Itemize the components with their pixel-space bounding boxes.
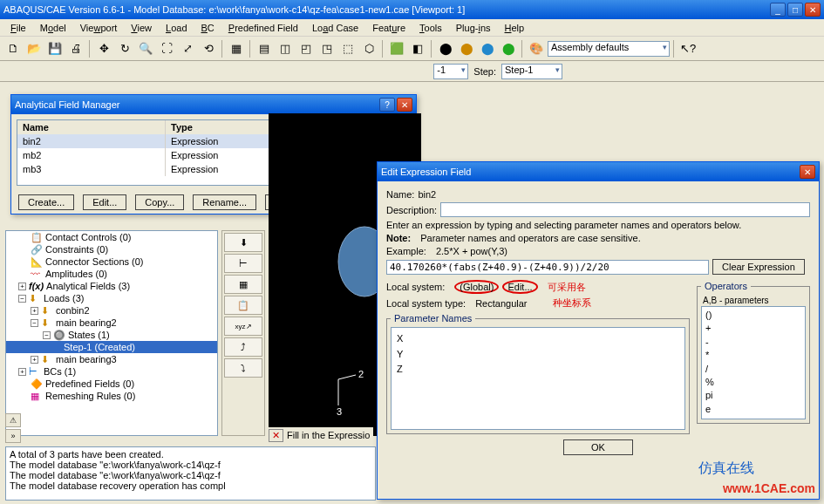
pan-icon[interactable]: ✥ [94,39,113,58]
context-bar: -1 Step: Step-1 [0,61,824,82]
render1-icon[interactable]: 🟩 [387,39,406,58]
assembly-combo[interactable]: Assembly defaults [548,41,670,57]
description-label: Description: [386,205,437,215]
minimize-button[interactable]: _ [770,3,786,17]
cancel-x-icon[interactable]: ✕ [269,429,283,442]
parameter-names-group: Parameter Names X Y Z [386,313,690,434]
msg-next-icon[interactable]: » [5,429,21,443]
new-icon[interactable]: 🗋 [3,39,23,58]
menu-model[interactable]: Model [35,21,72,35]
viewcube1-icon[interactable]: ◫ [276,39,295,58]
zoom-box-icon[interactable]: ⛶ [157,39,176,58]
palette-icon[interactable]: 🎨 [527,39,546,58]
menu-plugins[interactable]: Plug-ins [451,21,496,35]
color2-icon[interactable]: ⬤ [457,39,476,58]
message-area[interactable]: A total of 3 parts have been created. Th… [5,446,376,501]
afm-help-button[interactable]: ? [379,98,395,112]
viewcube3-icon[interactable]: ◳ [317,39,337,58]
description-input[interactable] [440,202,810,217]
collapse-icon[interactable]: − [18,295,26,303]
rename-button[interactable]: Rename... [193,194,256,210]
close-button[interactable]: ✕ [805,3,821,17]
tool-case-icon[interactable]: 📋 [224,296,262,315]
afm-col-name[interactable]: Name [17,120,166,134]
tree-selected[interactable]: Step-1 (Created) [6,341,217,353]
expression-input[interactable] [386,260,709,275]
menu-help[interactable]: Help [500,21,530,35]
operators-list[interactable]: ()+- */% pie1 [701,306,806,419]
msg-warn-icon[interactable]: ⚠ [5,413,21,427]
ok-button[interactable]: OK [563,439,633,455]
local-system-edit-button[interactable]: Edit... [502,280,537,294]
copy-button[interactable]: Copy... [135,194,184,210]
fit-icon[interactable]: ⤢ [178,39,197,58]
watermark-url: www.1CAE.com [723,481,815,495]
name-value: bin2 [418,189,436,200]
afm-col-type[interactable]: Type [166,120,270,134]
render2-icon[interactable]: ◧ [408,39,427,58]
menu-view[interactable]: View [126,21,157,35]
expand-icon[interactable]: + [18,283,26,290]
eef-title: Edit Expression Field [381,167,800,177]
tool-field-icon[interactable]: ▦ [224,275,262,294]
grid-icon[interactable]: ▦ [227,39,246,58]
menu-load[interactable]: Load [160,21,192,35]
maximize-button[interactable]: □ [787,3,803,17]
watermark-text: 仿真在线 [698,460,754,478]
menu-viewport[interactable]: Viewport [75,21,123,35]
viewcube2-icon[interactable]: ◰ [296,39,316,58]
rotate-icon[interactable]: ↻ [115,39,134,58]
tool-csys-icon[interactable]: xyz↗ [224,317,262,336]
menubar: File Model Viewport View Load BC Predefi… [0,19,824,37]
local-system-value: (Global) [454,280,499,294]
afm-close-button[interactable]: ✕ [397,98,412,112]
help-pointer-icon[interactable]: ↖? [678,39,698,58]
eef-close-button[interactable]: ✕ [800,165,815,179]
perspective-icon[interactable]: ▤ [255,39,274,58]
menu-bc[interactable]: BC [196,21,220,35]
color3-icon[interactable]: ⬤ [478,39,497,58]
afm-title: Analytical Field Manager [15,99,379,110]
hint-text: Enter an expression by typing and select… [386,220,741,230]
annotation-text: 可采用各 [548,281,586,294]
zoom-icon[interactable]: 🔍 [136,39,155,58]
tool-triad2-icon[interactable]: ⤵ [224,358,262,378]
edit-expression-field-dialog: Edit Expression Field ✕ Name: bin2 Descr… [377,161,820,500]
status-line: ✕ Fill in the Expressio [269,427,373,443]
step-label: Step: [473,66,496,77]
iso-icon[interactable]: ⬡ [359,39,378,58]
main-toolbar: 🗋 📂 💾 🖨 ✥ ↻ 🔍 ⛶ ⤢ ⟲ ▦ ▤ ◫ ◰ ◳ ⬚ ⬡ 🟩 ◧ ⬤ … [0,37,824,61]
main-titlebar: ABAQUS/CAE Version 6.6-1 - Model Databas… [0,0,824,19]
color4-icon[interactable]: ⬤ [499,39,518,58]
svg-line-2 [338,375,356,379]
svg-text:2: 2 [358,369,364,379]
module-combo[interactable]: -1 [433,64,468,79]
annotation-text: 种坐标系 [553,296,591,310]
step-combo[interactable]: Step-1 [501,64,562,79]
cycle-icon[interactable]: ⟲ [199,39,218,58]
print-icon[interactable]: 🖨 [66,39,85,58]
menu-tools[interactable]: Tools [414,21,447,35]
main-title: ABAQUS/CAE Version 6.6-1 - Model Databas… [3,4,770,15]
menu-file[interactable]: File [5,21,31,35]
create-button[interactable]: Create... [18,194,74,210]
tool-triad1-icon[interactable]: ⤴ [224,337,262,357]
menu-feature[interactable]: Feature [367,21,411,35]
operators-group: Operators A,B - parameters ()+- */% pie1 [697,281,810,424]
open-icon[interactable]: 📂 [24,39,44,58]
tool-bc-icon[interactable]: ⊢ [224,254,262,273]
parameter-list[interactable]: X Y Z [391,327,685,430]
viewcube4-icon[interactable]: ⬚ [338,39,358,58]
tool-load-icon[interactable]: ⬇ [224,233,262,252]
clear-expression-button[interactable]: Clear Expression [712,259,805,275]
color1-icon[interactable]: ⬤ [436,39,455,58]
svg-text:3: 3 [337,406,342,417]
name-label: Name: [386,189,414,200]
save-icon[interactable]: 💾 [45,39,65,58]
menu-predefined-field[interactable]: Predefined Field [223,21,303,35]
edit-button[interactable]: Edit... [83,194,126,210]
model-tree[interactable]: 📋Contact Controls (0) 🔗Constraints (0) 📐… [5,230,218,436]
menu-load-case[interactable]: Load Case [307,21,364,35]
load-toolbox: ⬇ ⊢ ▦ 📋 xyz↗ ⤴ ⤵ [221,230,265,436]
